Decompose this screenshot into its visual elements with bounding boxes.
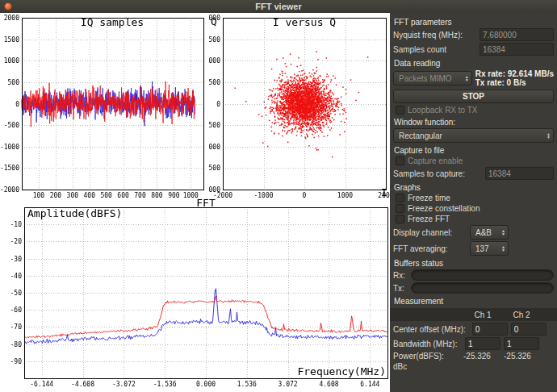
rx-buffer-row: Rx: (393, 269, 554, 281)
loopback-row[interactable]: Loopback RX to TX (393, 106, 554, 115)
plots-area (0, 13, 390, 392)
tx-buffer-row: Tx: (393, 282, 554, 294)
dbc-label: dBc (393, 362, 407, 371)
fft-viewer-window: FFT viewer FFT parameters Nyquist freq (… (0, 0, 557, 392)
chevron-updown-icon: ▲▼ (462, 75, 469, 81)
rx-buffer-progressbar (411, 269, 554, 281)
measurement-header: Ch 1 Ch 2 (390, 308, 557, 321)
tx-rate-text: Tx rate: 0 B/s (475, 78, 554, 87)
data-mode-value: Packets MIMO (399, 74, 462, 83)
freeze-fft-row[interactable]: Freeze FFT (393, 215, 554, 223)
nyquist-input[interactable] (480, 28, 554, 41)
freeze-fft-checkbox[interactable] (396, 215, 404, 223)
freeze-time-label: Freeze time (408, 194, 450, 202)
samples-to-capture-row: Samples to capture: (393, 167, 554, 180)
display-channel-label: Display channel: (393, 228, 452, 237)
loopback-label: Loopback RX to TX (408, 106, 478, 115)
bandwidth-row: Bandwidth (MHz): (393, 337, 554, 350)
constellation-plot[interactable] (208, 13, 390, 199)
display-channel-row: Display channel: A&B ▲▼ (393, 225, 554, 240)
tx-buffer-label: Tx: (393, 284, 408, 293)
fft-plot[interactable] (0, 199, 390, 392)
section-buffers-status: Buffers status (394, 259, 553, 268)
power-ch2-value: -25.326 (502, 352, 539, 361)
freeze-time-checkbox[interactable] (396, 194, 404, 202)
section-measurement: Measurement (394, 297, 553, 306)
bandwidth-ch2-input[interactable] (504, 337, 539, 350)
center-offset-label: Center offset (MHz): (393, 325, 466, 334)
measurement-col-ch1: Ch 1 (465, 311, 500, 319)
fft-averaging-label: FFT averaging: (393, 244, 448, 253)
stop-button[interactable]: STOP (393, 90, 554, 103)
freeze-constellation-row[interactable]: Freeze constellation (393, 204, 554, 213)
fft-averaging-spinbox[interactable]: 137 ▲▼ (470, 241, 509, 256)
iq-samples-plot[interactable] (0, 13, 208, 199)
power-label: Power(dBFS): (393, 352, 444, 361)
capture-enable-checkbox[interactable] (396, 156, 404, 165)
chevron-updown-icon: ▲▼ (498, 229, 505, 236)
tx-buffer-progressbar (411, 282, 554, 294)
center-offset-row: Center offset (MHz): (393, 323, 554, 336)
loopback-checkbox[interactable] (396, 106, 404, 115)
section-data-reading: Data reading (394, 59, 553, 68)
samples-count-row: Samples count (393, 43, 554, 56)
fft-averaging-value: 137 (475, 244, 498, 253)
data-mode-select[interactable]: Packets MIMO ▲▼ (393, 71, 472, 85)
measurement-col-ch2: Ch 2 (504, 311, 539, 319)
bandwidth-label: Bandwidth (MHz): (393, 340, 457, 348)
spinner-arrows-icon: ▲▼ (498, 245, 505, 252)
freeze-constellation-checkbox[interactable] (396, 204, 404, 213)
rx-buffer-label: Rx: (393, 271, 408, 280)
window-function-label: Window function: (394, 118, 553, 127)
power-row: Power(dBFS): -25.326 -25.326 (393, 352, 554, 361)
window-function-select[interactable]: Rectangular ▲▼ (393, 128, 554, 143)
data-mode-row: Packets MIMO ▲▼ Rx rate: 92.614 MB/s Tx … (393, 69, 554, 87)
capture-enable-label: Capture enable (408, 156, 463, 165)
window-function-value: Rectangular (399, 131, 543, 140)
samples-to-capture-input[interactable] (485, 167, 554, 180)
center-offset-ch1-input[interactable] (472, 323, 508, 336)
control-panel: FFT parameters Nyquist freq (MHz): Sampl… (390, 13, 557, 392)
section-fft-parameters: FFT parameters (394, 18, 553, 27)
bandwidth-ch1-input[interactable] (465, 337, 500, 350)
nyquist-label: Nyquist freq (MHz): (393, 31, 463, 40)
chevron-updown-icon: ▲▼ (543, 132, 551, 139)
window-title: FFT viewer (255, 2, 301, 11)
samples-count-input[interactable] (480, 43, 554, 56)
display-channel-select[interactable]: A&B ▲▼ (470, 225, 509, 240)
fft-averaging-row: FFT averaging: 137 ▲▼ (393, 241, 554, 256)
section-capture: Capture to file (394, 146, 553, 155)
center-offset-ch2-input[interactable] (511, 323, 547, 336)
freeze-constellation-label: Freeze constellation (408, 204, 480, 213)
display-channel-value: A&B (475, 228, 498, 237)
nyquist-row: Nyquist freq (MHz): (393, 28, 554, 41)
close-button[interactable] (4, 2, 12, 10)
capture-enable-row[interactable]: Capture enable (393, 156, 554, 165)
dbc-row: dBc (393, 362, 554, 371)
freeze-time-row[interactable]: Freeze time (393, 194, 554, 202)
power-ch1-value: -25.326 (462, 352, 499, 361)
titlebar[interactable]: FFT viewer (0, 0, 557, 14)
rx-rate-text: Rx rate: 92.614 MB/s (475, 69, 554, 78)
freeze-fft-label: Freeze FFT (408, 215, 450, 223)
rates-block: Rx rate: 92.614 MB/s Tx rate: 0 B/s (475, 69, 554, 87)
samples-count-label: Samples count (393, 45, 446, 54)
samples-to-capture-label: Samples to capture: (393, 169, 465, 178)
section-graphs: Graphs (394, 183, 553, 192)
